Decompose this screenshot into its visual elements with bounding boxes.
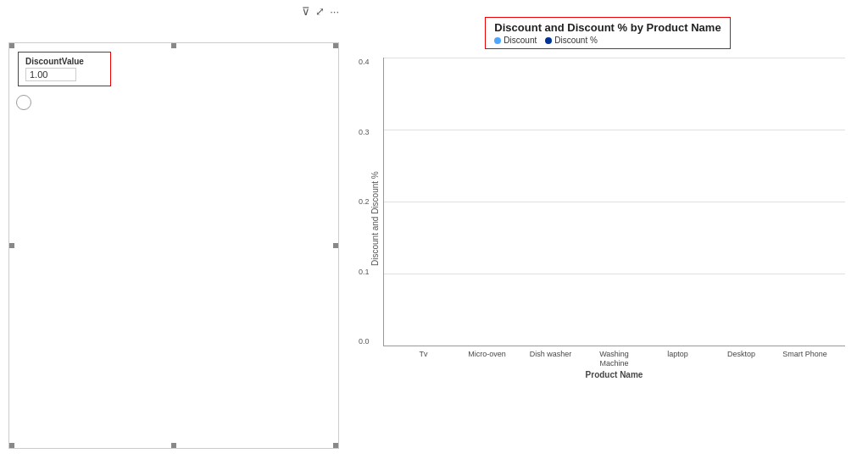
filter-icon[interactable]: ⊽ xyxy=(302,5,310,18)
x-label-dish-washer: Dish washer xyxy=(523,350,578,368)
resize-handle-tl xyxy=(9,43,14,48)
field-label: DiscountValue xyxy=(25,57,103,66)
x-label-smart-phone: Smart Phone xyxy=(777,350,832,368)
y-tick-1: 0.3 xyxy=(359,128,370,136)
slider-circle[interactable] xyxy=(16,95,31,110)
resize-handle-mr xyxy=(333,243,338,248)
toolbar-icons: ⊽ ⤢ ··· xyxy=(302,5,339,18)
resize-handle-bm xyxy=(171,443,176,448)
x-label-washing-machine: WashingMachine xyxy=(587,350,642,368)
legend-label-discount-pct: Discount % xyxy=(554,36,598,45)
resize-handle-bl xyxy=(9,443,14,448)
x-label-laptop: laptop xyxy=(650,350,705,368)
bars-row xyxy=(384,58,845,346)
resize-handle-tm xyxy=(171,43,176,48)
chart-legend: Discount Discount % xyxy=(494,36,721,45)
y-ticks: 0.4 0.3 0.2 0.1 0.0 xyxy=(359,58,370,346)
y-axis-label: Discount and Discount % xyxy=(370,58,380,379)
resize-handle-ml xyxy=(9,243,14,248)
chart-inner: 0.4 0.3 0.2 0.1 0.0 xyxy=(383,58,845,379)
x-label-tv: Tv xyxy=(396,350,451,368)
more-icon[interactable]: ··· xyxy=(330,5,339,18)
x-axis-labels: Tv Micro-oven Dish washer WashingMachine… xyxy=(383,350,845,368)
y-tick-3: 0.1 xyxy=(359,268,370,276)
legend-label-discount: Discount xyxy=(504,36,537,45)
chart-plot: 0.4 0.3 0.2 0.1 0.0 xyxy=(383,58,845,346)
x-axis-title: Product Name xyxy=(383,370,845,379)
main-container: ⊽ ⤢ ··· DiscountValue 1.00 Discount an xyxy=(0,0,868,459)
y-tick-2: 0.2 xyxy=(359,197,370,206)
resize-handle-br xyxy=(333,443,338,448)
chart-title: Discount and Discount % by Product Name xyxy=(494,21,721,34)
left-panel: DiscountValue 1.00 xyxy=(8,42,339,449)
x-label-desktop: Desktop xyxy=(714,350,769,368)
legend-dot-discount-pct xyxy=(545,37,552,44)
legend-discount-pct: Discount % xyxy=(545,36,598,45)
y-tick-0: 0.4 xyxy=(359,58,370,66)
field-value[interactable]: 1.00 xyxy=(25,68,76,81)
legend-dot-discount xyxy=(494,37,501,44)
right-panel: Discount and Discount % by Product Name … xyxy=(356,8,860,379)
chart-area: Discount and Discount % 0.4 0.3 0.2 0.1 … xyxy=(370,58,845,379)
legend-discount: Discount xyxy=(494,36,537,45)
y-tick-4: 0.0 xyxy=(359,337,370,346)
x-label-micro-oven: Micro-oven xyxy=(459,350,515,368)
chart-title-box: Discount and Discount % by Product Name … xyxy=(485,17,730,49)
discount-value-box: DiscountValue 1.00 xyxy=(18,52,111,86)
resize-handle-tr xyxy=(333,43,338,48)
expand-icon[interactable]: ⤢ xyxy=(315,5,325,18)
